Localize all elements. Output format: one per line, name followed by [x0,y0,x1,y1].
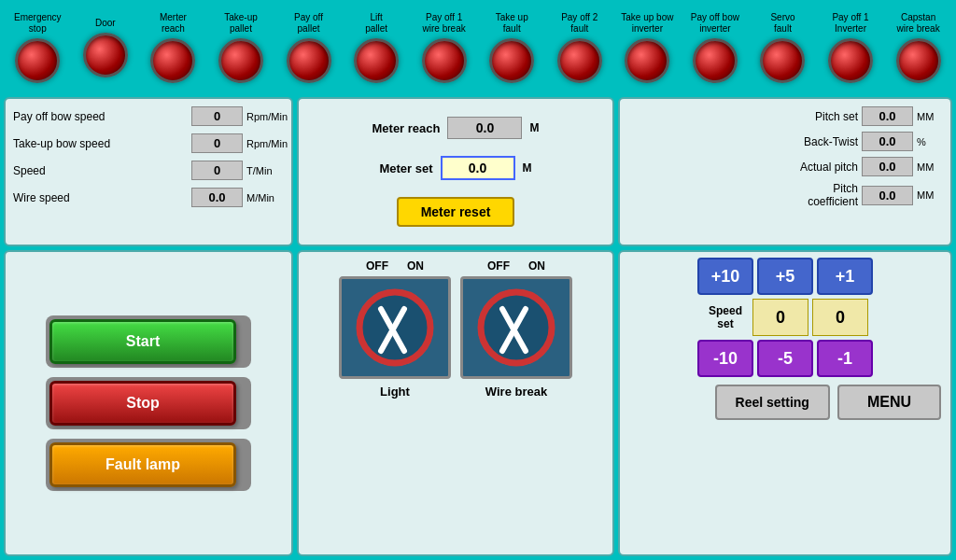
indicator-light-capstan-wire-break [896,38,941,83]
meter-reach-row: Meter reach 0.0 M [314,117,598,139]
wire-speed-label: Wire speed [13,191,188,204]
wire-speed-unit: M/Min [246,192,284,203]
light-icon [353,286,437,370]
actual-pitch-unit: MM [917,161,943,173]
speed-value: 0 [191,161,243,180]
indicator-label-pay-off1-wire-break: Pay off 1 wire break [423,12,466,35]
minus10-button[interactable]: -10 [697,340,753,377]
indicator-capstan-wire-break: Capstan wire break [886,12,951,83]
indicator-light-pay-off1-wire-break [422,38,467,83]
indicator-pay-off-bow-inverter: Pay off bow inverter [682,12,748,83]
indicator-take-up-fault: Take up fault [479,12,544,83]
minus1-button[interactable]: -1 [817,340,873,377]
indicator-take-up-bow-inverter: Take up bow inverter [614,12,680,83]
back-twist-unit: % [917,136,943,147]
minus5-button[interactable]: -5 [757,340,813,377]
indicator-label-merter-reach: Merter reach [160,12,187,35]
meter-set-row: Meter set 0.0 M [314,156,598,180]
indicator-light-merter-reach [150,38,195,83]
speed-panel: Pay off bow speed 0 Rpm/Min Take-up bow … [4,97,293,246]
indicator-take-up-pallet: Take-up pallet [208,12,274,83]
indicator-emergency-stop: Emergency stop [5,12,70,83]
speed-set-value1: 0 [752,299,808,336]
take-up-bow-speed-unit: Rpm/Min [246,138,284,149]
meter-set-label: Meter set [379,161,432,175]
indicator-light-take-up-fault [489,38,534,83]
take-up-bow-speed-label: Take-up bow speed [13,137,188,150]
start-button[interactable]: Start [49,319,236,364]
indicator-merter-reach: Merter reach [140,12,205,83]
pitch-coeff-label: Pitch coefficient [627,182,858,208]
pitch-set-row: Pitch set 0.0 MM [627,106,943,126]
meter-set-unit: M [523,161,532,175]
meter-reach-label: Meter reach [373,121,441,135]
actual-pitch-value: 0.0 [862,157,913,176]
control-panel: Start Stop Fault lamp [4,250,293,556]
light-on-label: ON [407,259,424,273]
actual-pitch-label: Actual pitch [627,161,858,174]
back-twist-value: 0.0 [862,132,913,151]
pitch-set-label: Pitch set [627,110,858,123]
indicator-pay-off1-wire-break: Pay off 1 wire break [412,12,477,83]
pitch-set-value: 0.0 [862,106,913,126]
indicator-label-take-up-bow-inverter: Take up bow inverter [621,12,673,35]
speedset-panel: +10 +5 +1 Speed set 0 0 -10 -5 -1 Reel s… [618,250,952,556]
back-twist-row: Back-Twist 0.0 % [627,132,943,151]
reel-setting-button[interactable]: Reel setting [715,385,830,420]
indicator-label-door: Door [95,18,116,29]
indicator-label-emergency-stop: Emergency stop [14,12,62,35]
indicator-light-take-up-pallet [218,38,263,83]
indicator-light-take-up-bow-inverter [625,38,669,83]
indicator-light-servo-fault [760,38,805,83]
fault-wrapper: Fault lamp [46,439,251,491]
indicator-label-servo-fault: Servo fault [770,12,794,35]
speedset-bot-row: -10 -5 -1 [626,340,945,377]
fault-lamp-button[interactable]: Fault lamp [49,442,236,487]
indicator-row: Emergency stopDoorMerter reachTake-up pa… [0,0,956,93]
speedset-top-row: +10 +5 +1 [626,258,945,295]
light-toggle-image[interactable] [339,276,451,379]
meter-panel: Meter reach 0.0 M Meter set 0.0 M Meter … [297,97,614,246]
menu-button[interactable]: MENU [837,385,941,420]
wirebreak-caption: Wire break [485,385,547,399]
bottom-buttons: Reel setting MENU [626,381,945,424]
meter-reach-value: 0.0 [447,117,522,139]
plus10-button[interactable]: +10 [697,258,753,295]
indicator-label-lift-pallet: Lift pallet [365,12,387,35]
pitch-coeff-row: Pitch coefficient 0.0 MM [627,182,943,208]
indicator-pay-off-pallet: Pay off pallet [276,12,342,83]
pitch-coeff-value: 0.0 [862,186,913,205]
start-wrapper: Start [46,315,251,368]
indicator-label-capstan-wire-break: Capstan wire break [897,12,940,35]
indicator-pay-off2-fault: Pay off 2 fault [547,12,612,83]
toggle-panel: OFF ON Light OFF ON [297,250,614,556]
light-off-label: OFF [366,259,388,273]
plus1-button[interactable]: +1 [817,258,873,295]
speed-set-label: Speed set [702,304,749,330]
indicator-light-lift-pallet [354,38,399,83]
main-content: Pay off bow speed 0 Rpm/Min Take-up bow … [0,93,956,560]
light-toggle-group: OFF ON Light [339,259,451,399]
indicator-light-door [83,33,128,77]
actual-pitch-row: Actual pitch 0.0 MM [627,157,943,176]
wirebreak-off-label: OFF [487,259,510,273]
speed-set-value2: 0 [812,299,868,336]
indicator-pay-off1-inverter: Pay off 1 Inverter [818,12,883,83]
stop-button[interactable]: Stop [49,381,236,426]
plus5-button[interactable]: +5 [757,258,813,295]
meter-set-value[interactable]: 0.0 [441,156,515,180]
meter-reset-button[interactable]: Meter reset [397,197,515,227]
indicator-light-pay-off1-inverter [828,38,873,83]
indicator-label-pay-off-pallet: Pay off pallet [294,12,323,35]
wirebreak-toggle-labels: OFF ON [487,259,545,273]
meter-reach-unit: M [529,121,539,134]
pay-off-bow-speed-label: Pay off bow speed [13,110,188,123]
wire-speed-row: Wire speed 0.0 M/Min [13,188,284,207]
wire-speed-value: 0.0 [191,188,243,207]
stop-wrapper: Stop [46,377,251,429]
back-twist-label: Back-Twist [627,135,858,148]
take-up-bow-speed-row: Take-up bow speed 0 Rpm/Min [13,133,284,153]
indicator-label-pay-off2-fault: Pay off 2 fault [561,12,598,35]
pay-off-bow-speed-row: Pay off bow speed 0 Rpm/Min [13,106,284,126]
wirebreak-toggle-image[interactable] [460,276,572,379]
